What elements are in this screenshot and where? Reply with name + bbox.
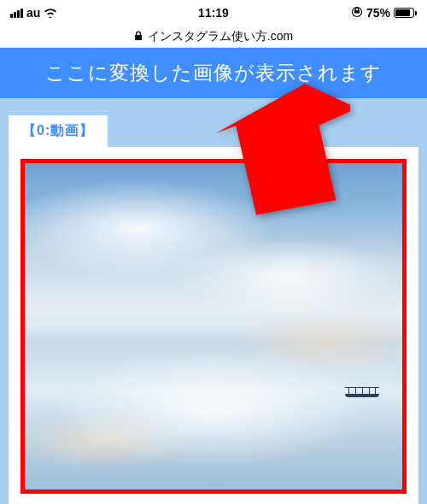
lock-icon [134,31,143,43]
ios-status-bar: au 11:19 75% [0,0,427,26]
tab-label-text: 【0:動画】 [22,123,94,138]
status-right: 75% [351,6,417,21]
converted-image-preview[interactable] [25,163,402,489]
battery-icon [394,8,417,18]
battery-percent: 75% [366,6,390,20]
url-domain: インスタグラム使い方.com [148,29,293,44]
rotation-lock-icon [351,6,363,21]
boat-graphic [345,385,379,397]
browser-url-bar[interactable]: インスタグラム使い方.com [0,26,427,48]
image-preview-frame [9,147,418,504]
signal-icon [10,9,23,18]
carrier-label: au [26,6,40,20]
banner-text: ここに変換した画像が表示されます [45,62,382,84]
image-highlight-box [20,159,407,494]
wifi-icon [44,6,57,21]
status-time: 11:19 [198,6,229,20]
status-left: au [10,6,57,21]
content-area: 【0:動画】 [0,98,427,504]
media-type-tab[interactable]: 【0:動画】 [9,115,108,147]
page-header-banner: ここに変換した画像が表示されます [0,48,427,98]
